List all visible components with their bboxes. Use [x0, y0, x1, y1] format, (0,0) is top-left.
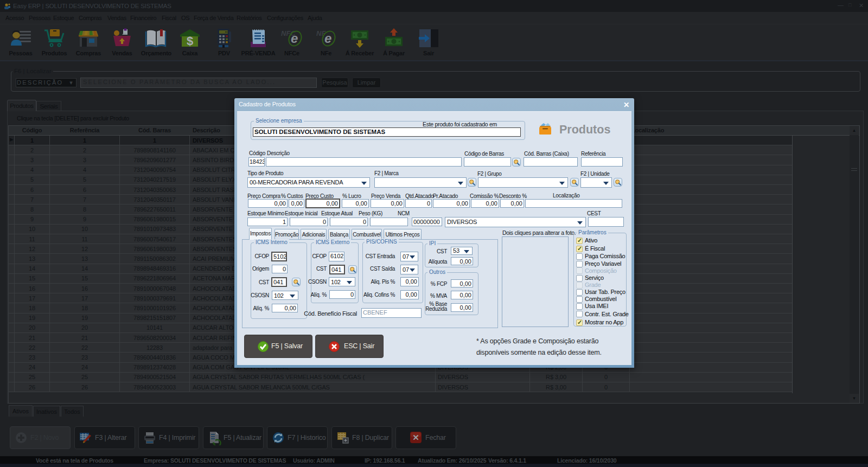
svg-text:e: e: [324, 31, 331, 46]
svg-text:✕: ✕: [412, 433, 419, 442]
svg-text:$: $: [187, 34, 193, 48]
svg-text:e: e: [291, 31, 298, 46]
